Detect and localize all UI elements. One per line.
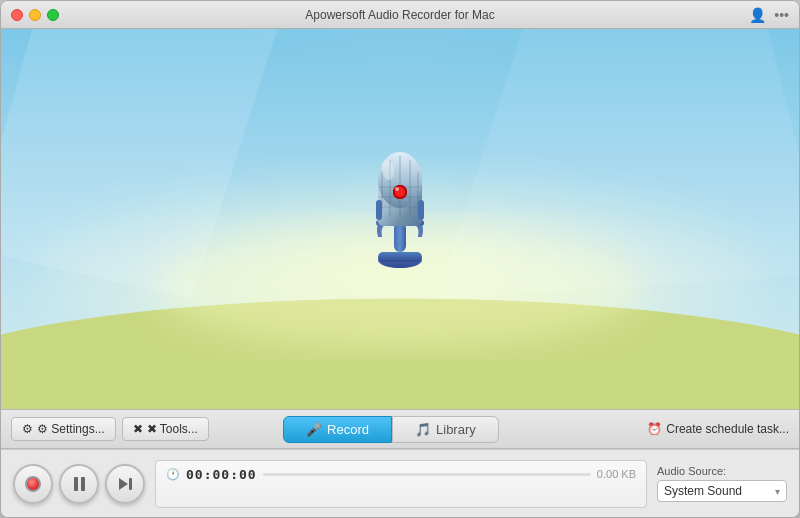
- title-bar-right: 👤 •••: [749, 7, 789, 23]
- mic-icon: [340, 142, 460, 282]
- record-icon: [25, 476, 41, 492]
- tab-record[interactable]: 🎤 Record: [283, 416, 392, 443]
- svg-rect-28: [418, 200, 424, 220]
- title-bar: Apowersoft Audio Recorder for Mac 👤 •••: [1, 1, 799, 29]
- pause-bar-right: [81, 477, 85, 491]
- svg-rect-27: [376, 200, 382, 220]
- audio-source-select[interactable]: System Sound ▾: [657, 480, 787, 502]
- canvas-area: [1, 29, 799, 409]
- settings-button[interactable]: ⚙ ⚙ Settings...: [11, 417, 116, 441]
- progress-bar: [263, 473, 591, 476]
- schedule-button[interactable]: ⏰ Create schedule task...: [647, 422, 789, 436]
- library-tab-icon: 🎵: [415, 422, 431, 437]
- transport-buttons: [13, 464, 145, 504]
- progress-area: 🕐 00:00:00 0.00 KB: [155, 460, 647, 508]
- user-icon[interactable]: 👤: [749, 7, 766, 23]
- audio-source-area: Audio Source: System Sound ▾: [657, 465, 787, 502]
- app-window: Apowersoft Audio Recorder for Mac 👤 •••: [0, 0, 800, 518]
- play-skip-icon: [119, 478, 132, 490]
- toolbar-row: ⚙ ⚙ Settings... ✖ ✖ Tools... 🎤 Record 🎵 …: [1, 409, 799, 449]
- svg-rect-8: [394, 222, 406, 252]
- pause-icon: [74, 477, 85, 491]
- mic-tab-icon: 🎤: [306, 422, 322, 437]
- pause-button[interactable]: [59, 464, 99, 504]
- maximize-button[interactable]: [47, 9, 59, 21]
- settings-label: ⚙ Settings...: [37, 422, 105, 436]
- schedule-icon: ⏰: [647, 422, 662, 436]
- clock-icon: 🕐: [166, 468, 180, 481]
- svg-rect-11: [378, 252, 422, 262]
- audio-source-label: Audio Source:: [657, 465, 787, 477]
- toolbar-tabs: 🎤 Record 🎵 Library: [283, 416, 499, 443]
- library-tab-label: Library: [436, 422, 476, 437]
- play-skip-button[interactable]: [105, 464, 145, 504]
- audio-source-value: System Sound: [664, 484, 742, 498]
- time-display: 00:00:00: [186, 467, 257, 482]
- svg-point-25: [395, 187, 399, 191]
- close-button[interactable]: [11, 9, 23, 21]
- controls-row: 🕐 00:00:00 0.00 KB Audio Source: System …: [1, 449, 799, 517]
- tools-button[interactable]: ✖ ✖ Tools...: [122, 417, 209, 441]
- traffic-lights: [11, 9, 59, 21]
- play-triangle: [119, 478, 128, 490]
- schedule-label: Create schedule task...: [666, 422, 789, 436]
- toolbar-left: ⚙ ⚙ Settings... ✖ ✖ Tools...: [11, 417, 209, 441]
- window-title: Apowersoft Audio Recorder for Mac: [305, 8, 494, 22]
- tab-library[interactable]: 🎵 Library: [392, 416, 499, 443]
- tools-icon: ✖: [133, 422, 143, 436]
- record-button[interactable]: [13, 464, 53, 504]
- file-size-display: 0.00 KB: [597, 468, 636, 480]
- progress-top: 🕐 00:00:00 0.00 KB: [166, 467, 636, 482]
- pause-bar-left: [74, 477, 78, 491]
- microphone-illustration: [340, 142, 460, 282]
- tools-label: ✖ Tools...: [147, 422, 198, 436]
- settings-icon: ⚙: [22, 422, 33, 436]
- skip-bar: [129, 478, 132, 490]
- select-arrow-icon: ▾: [775, 486, 780, 497]
- menu-icon[interactable]: •••: [774, 7, 789, 23]
- minimize-button[interactable]: [29, 9, 41, 21]
- record-tab-label: Record: [327, 422, 369, 437]
